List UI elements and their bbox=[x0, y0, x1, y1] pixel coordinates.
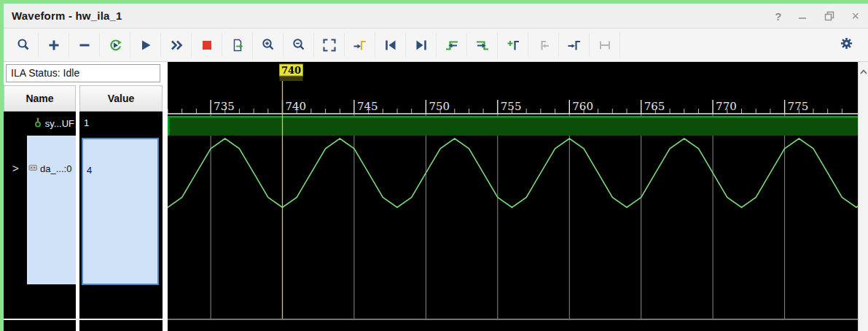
markers-distance-icon bbox=[598, 38, 612, 52]
cursor-flag-label: 740 bbox=[281, 65, 301, 76]
next-marker-button[interactable] bbox=[559, 33, 590, 58]
name-column-header[interactable]: Name bbox=[4, 85, 76, 112]
help-icon[interactable]: ? bbox=[775, 10, 781, 23]
svg-text:765: 765 bbox=[644, 100, 665, 113]
play-icon bbox=[138, 38, 153, 52]
next-transition-icon bbox=[475, 38, 490, 52]
signal-row-name[interactable]: sy...UF bbox=[4, 113, 76, 133]
waveform-canvas[interactable]: 735740745750755760765770775740 bbox=[168, 62, 858, 331]
next-marker-icon bbox=[567, 38, 582, 52]
analog-waveform bbox=[168, 139, 858, 207]
signal-value-label: 4 bbox=[87, 165, 92, 176]
add-marker-icon bbox=[506, 38, 520, 52]
signal-value-column: 1 4 bbox=[79, 112, 163, 331]
zoom-in-button[interactable] bbox=[253, 33, 284, 58]
go-to-start-button[interactable] bbox=[375, 33, 406, 58]
search-icon bbox=[16, 38, 31, 52]
previous-marker-icon bbox=[536, 38, 551, 52]
signal-value-cell[interactable]: 4 bbox=[82, 138, 159, 285]
plus-icon bbox=[47, 38, 61, 52]
auto-retrigger-icon bbox=[108, 38, 122, 52]
run-trigger-button[interactable] bbox=[130, 33, 161, 58]
svg-text:750: 750 bbox=[429, 100, 450, 113]
title-bar: Waveform - hw_ila_1 ? × bbox=[4, 4, 868, 28]
zoom-out-button[interactable] bbox=[284, 33, 314, 58]
scroll-up-icon[interactable] bbox=[859, 65, 868, 78]
previous-marker-button bbox=[528, 33, 559, 58]
float-window-icon[interactable] bbox=[824, 11, 834, 21]
ila-status-label: ILA Status: Idle bbox=[6, 64, 160, 82]
zoom-fit-button[interactable] bbox=[314, 33, 345, 58]
zoom-in-icon bbox=[261, 38, 275, 52]
next-transition-button[interactable] bbox=[467, 33, 498, 58]
export-data-button[interactable] bbox=[222, 33, 253, 58]
zoom-fit-icon bbox=[322, 38, 337, 52]
zoom-out-icon bbox=[292, 38, 306, 52]
go-to-trigger-icon bbox=[353, 38, 367, 52]
svg-text:745: 745 bbox=[357, 100, 378, 113]
svg-text:760: 760 bbox=[572, 100, 593, 113]
digital-high-band bbox=[168, 116, 858, 136]
go-to-end-icon bbox=[414, 38, 429, 52]
previous-transition-icon bbox=[445, 38, 459, 52]
svg-text:775: 775 bbox=[788, 100, 809, 113]
settings-button[interactable] bbox=[830, 33, 862, 58]
previous-transition-button[interactable] bbox=[437, 33, 467, 58]
stop-icon bbox=[200, 38, 214, 52]
bus-probe-icon bbox=[28, 163, 38, 174]
svg-text:770: 770 bbox=[716, 100, 737, 113]
svg-text:740: 740 bbox=[286, 100, 307, 113]
value-column-header[interactable]: Value bbox=[79, 85, 163, 112]
run-trigger-immediate-button[interactable] bbox=[161, 33, 192, 58]
add-button[interactable] bbox=[39, 33, 69, 58]
minimize-icon[interactable] bbox=[798, 12, 808, 21]
signal-name-label: sy...UF bbox=[45, 118, 74, 129]
expand-chevron-icon[interactable]: > bbox=[12, 163, 19, 174]
search-button[interactable] bbox=[8, 33, 39, 58]
export-icon bbox=[230, 38, 245, 52]
markers-distance-button bbox=[590, 33, 620, 58]
window-title: Waveform - hw_ila_1 bbox=[12, 9, 122, 22]
fast-forward-icon bbox=[169, 38, 184, 52]
go-to-start-icon bbox=[383, 38, 398, 52]
close-icon[interactable]: × bbox=[851, 9, 859, 24]
signal-row-name[interactable]: da_...:0 bbox=[27, 136, 76, 284]
stop-trigger-button[interactable] bbox=[192, 33, 222, 58]
signal-name-column: sy...UF > da_...:0 bbox=[4, 112, 76, 331]
window-controls: ? × bbox=[775, 4, 859, 28]
waveform-toolbar bbox=[4, 28, 868, 62]
minus-icon bbox=[77, 38, 92, 52]
vertical-scrollbar[interactable] bbox=[858, 62, 868, 331]
svg-text:755: 755 bbox=[501, 100, 522, 113]
go-to-trigger-button[interactable] bbox=[345, 33, 375, 58]
content-area: ILA Status: Idle Name Value sy...UF > da… bbox=[4, 62, 868, 331]
signal-value-cell[interactable]: 1 bbox=[84, 113, 89, 133]
panel-bottom-divider bbox=[4, 319, 163, 320]
svg-text:735: 735 bbox=[214, 100, 235, 113]
signal-name-label: da_...:0 bbox=[40, 163, 71, 174]
window-border-left bbox=[0, 0, 4, 331]
go-to-end-button[interactable] bbox=[406, 33, 437, 58]
auto-retrigger-button[interactable] bbox=[100, 33, 130, 58]
gear-icon bbox=[840, 36, 853, 53]
cursor-flag-hatch bbox=[280, 76, 303, 81]
add-marker-button[interactable] bbox=[498, 33, 528, 58]
single-bit-probe-icon bbox=[34, 117, 42, 130]
remove-button[interactable] bbox=[69, 33, 100, 58]
window-border-top bbox=[0, 0, 868, 4]
